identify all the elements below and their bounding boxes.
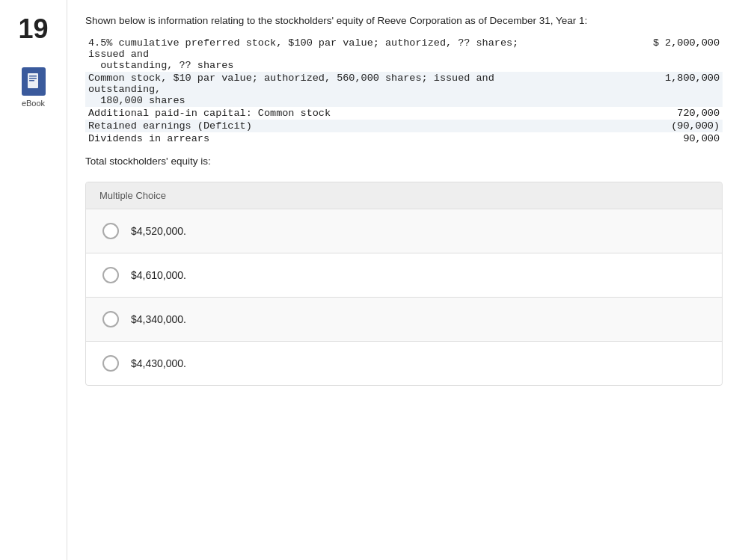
dividends-arrears-value: 90,000 <box>544 132 723 145</box>
radio-d[interactable] <box>102 355 119 372</box>
total-text: Total stockholders' equity is: <box>85 156 723 167</box>
option-d-label: $4,430,000. <box>131 357 186 369</box>
option-a[interactable]: $4,520,000. <box>86 209 722 253</box>
preferred-stock-value: $ 2,000,000 <box>544 37 723 72</box>
intro-text: Shown below is information relating to t… <box>85 15 723 26</box>
option-a-label: $4,520,000. <box>131 225 186 237</box>
main-content: Shown below is information relating to t… <box>67 0 745 560</box>
radio-c[interactable] <box>102 311 119 327</box>
ebook-button[interactable]: eBook <box>22 67 46 108</box>
additional-paid-in-value: 720,000 <box>544 107 723 120</box>
table-row: Retained earnings (Deficit) (90,000) <box>85 120 723 132</box>
common-stock-value: 1,800,000 <box>544 72 723 107</box>
data-table: 4.5% cumulative preferred stock, $100 pa… <box>85 37 723 145</box>
page-container: 19 eBook Shown below is information rela… <box>0 0 745 560</box>
svg-rect-2 <box>29 78 37 79</box>
ebook-label: eBook <box>22 99 45 108</box>
ebook-icon <box>22 67 46 96</box>
dividends-arrears-label: Dividends in arrears <box>85 132 544 145</box>
svg-rect-3 <box>29 80 34 81</box>
option-d[interactable]: $4,430,000. <box>86 342 722 385</box>
table-row: Additional paid-in capital: Common stock… <box>85 107 723 120</box>
left-sidebar: 19 eBook <box>0 0 67 560</box>
retained-earnings-value: (90,000) <box>544 120 723 132</box>
multiple-choice-container: Multiple Choice $4,520,000. $4,610,000. … <box>85 182 723 386</box>
radio-a[interactable] <box>102 223 119 239</box>
retained-earnings-label: Retained earnings (Deficit) <box>85 120 544 132</box>
table-row: Dividends in arrears 90,000 <box>85 132 723 145</box>
svg-rect-1 <box>29 76 37 77</box>
option-b-label: $4,610,000. <box>131 269 186 281</box>
table-row: Common stock, $10 par value; authorized,… <box>85 72 723 107</box>
additional-paid-in-label: Additional paid-in capital: Common stock <box>85 107 544 120</box>
option-b[interactable]: $4,610,000. <box>86 253 722 298</box>
common-stock-label: Common stock, $10 par value; authorized,… <box>85 72 544 107</box>
table-row: 4.5% cumulative preferred stock, $100 pa… <box>85 37 723 72</box>
option-c[interactable]: $4,340,000. <box>86 298 722 342</box>
preferred-stock-label: 4.5% cumulative preferred stock, $100 pa… <box>85 37 544 72</box>
radio-b[interactable] <box>102 267 119 283</box>
question-number: 19 <box>18 13 48 45</box>
option-c-label: $4,340,000. <box>131 313 186 325</box>
mc-header: Multiple Choice <box>86 182 722 209</box>
